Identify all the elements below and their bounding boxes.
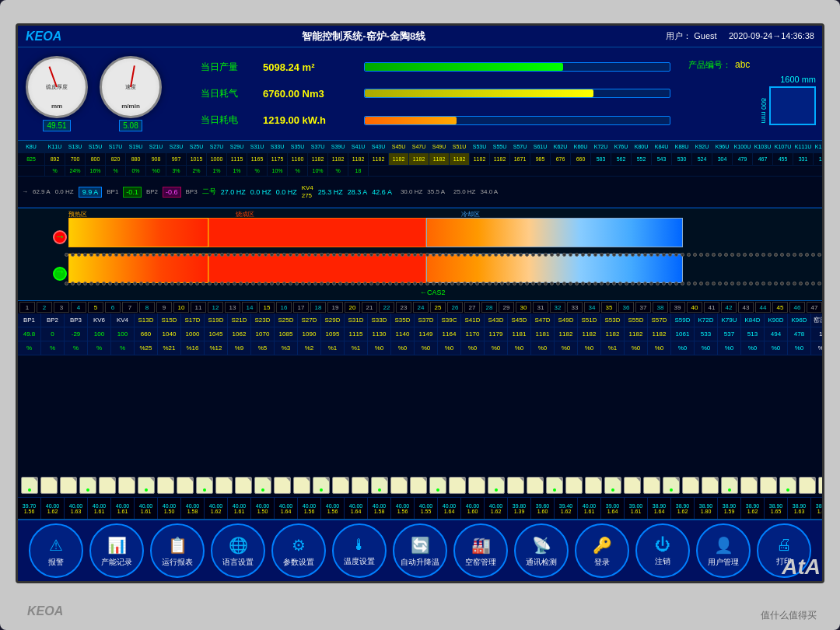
nav-btn-自动升降温[interactable]: 🔄自动升降温 xyxy=(393,523,447,578)
a-val-28: 1.62 xyxy=(677,509,688,514)
roller-dot xyxy=(282,253,286,257)
roller-dot xyxy=(320,282,324,285)
roller-dot xyxy=(643,282,647,285)
roller-dot xyxy=(388,253,392,257)
nav-icon-2: 📋 xyxy=(168,536,187,555)
nav-label-11: 用户管理 xyxy=(708,558,739,566)
sid-s37d: S37D xyxy=(415,313,438,327)
roller-dot xyxy=(208,253,212,257)
kiln-cool-bottom xyxy=(426,254,683,283)
nav-btn-运行报表[interactable]: 📋运行报表 xyxy=(150,523,205,578)
roller-dot xyxy=(718,253,722,257)
roller-dot xyxy=(463,282,467,285)
roller-dot xyxy=(737,282,740,285)
nav-btn-登录[interactable]: 🔑登录 xyxy=(575,523,629,578)
pct2-0e: %0 xyxy=(438,341,461,355)
electricity-bar-container xyxy=(364,116,670,125)
zone-num-36: 36 xyxy=(618,302,634,313)
nav-btn-参数设置[interactable]: ⚙参数设置 xyxy=(271,523,326,578)
hz-cell-28: 38.901.62 xyxy=(671,498,695,519)
zone-num-20: 20 xyxy=(345,302,360,313)
roller-dot xyxy=(201,253,205,257)
size-box xyxy=(769,86,816,125)
sid-s49d: S49D xyxy=(555,313,578,327)
pct-6: %0 xyxy=(146,166,166,176)
doc-icon-5 xyxy=(118,477,135,494)
hz-val-7: 40.00 xyxy=(186,503,200,509)
hz-300: 30.0 HZ xyxy=(401,188,422,195)
sid-k90d: K90D xyxy=(765,313,788,327)
electricity-row: 当日耗电 1219.00 kW.h xyxy=(201,114,670,127)
roller-dot xyxy=(338,253,342,257)
zone-num-35: 35 xyxy=(601,302,617,313)
nav-btn-空窑管理[interactable]: 🏭空窑管理 xyxy=(453,523,508,578)
pct2-extra: %0 xyxy=(811,341,822,355)
hz-a-row: 39.701.5640.001.6240.001.6340.001.6140.0… xyxy=(18,497,822,519)
zone-s17u: S17U xyxy=(106,141,126,152)
doc-icon-10 xyxy=(215,477,233,494)
a-val-13: 1.56 xyxy=(327,509,338,514)
roller-dot xyxy=(139,253,143,257)
roller-dot xyxy=(307,253,311,257)
roller-dot xyxy=(239,253,243,257)
zone-num-23: 23 xyxy=(396,302,411,313)
zone-s31u: S31U xyxy=(247,141,268,152)
roller-dot xyxy=(444,282,448,285)
a-val-9: 1.61 xyxy=(234,509,245,514)
roller-dot xyxy=(127,282,131,285)
roller-dot xyxy=(444,253,448,257)
nav-btn-用户管理[interactable]: 👤用户管理 xyxy=(696,523,751,578)
roller-dot xyxy=(581,253,585,257)
zone-id-row: K8U K11U S13U S15U S17U S19U S21U S23U S… xyxy=(18,141,822,153)
a-val-20: 1.62 xyxy=(491,509,502,514)
pct2-0g: %0 xyxy=(485,341,508,355)
tv-1015: 1015 xyxy=(187,153,207,165)
val-1181b: 1181 xyxy=(531,327,555,341)
roller-dot xyxy=(618,253,622,257)
roller-dot xyxy=(65,253,68,257)
roller-dot xyxy=(332,282,336,285)
doc-icon-20 xyxy=(410,477,427,494)
hz-val-28: 38.90 xyxy=(676,503,690,509)
nav-bar[interactable]: ⚠报警📊产能记录📋运行报表🌐语言设置⚙参数设置🌡温度设置🔄自动升降温🏭空窑管理📡… xyxy=(18,519,822,581)
roller-dot xyxy=(438,282,442,285)
zone-num-41: 41 xyxy=(704,302,719,313)
val-1000: 1000 xyxy=(181,327,205,341)
hz-val-16: 40.00 xyxy=(396,503,410,509)
bp2-val: -0.6 xyxy=(163,187,181,198)
zone-s51u: S51U xyxy=(450,141,470,152)
sid-s25d: S25D xyxy=(275,313,298,327)
tv-1671: 1671 xyxy=(510,153,530,165)
roller-dot xyxy=(562,253,566,257)
nav-btn-产能记录[interactable]: 📊产能记录 xyxy=(89,523,144,578)
tv-700: 700 xyxy=(65,153,86,165)
sid-s33d: S33D xyxy=(368,313,391,327)
nav-btn-注销[interactable]: ⏻注销 xyxy=(635,523,690,578)
tv-985: 985 xyxy=(530,153,551,165)
hz-val-15: 40.00 xyxy=(373,503,387,509)
nav-btn-通讯检测[interactable]: 📡通讯检测 xyxy=(514,523,569,578)
val-1181: 1181 xyxy=(508,327,531,341)
roller-dot xyxy=(226,253,230,257)
hz-283: 28.3 A xyxy=(348,188,368,196)
roller-dot xyxy=(313,282,317,285)
tv-676: 676 xyxy=(551,153,571,165)
pct-10: 1% xyxy=(227,166,247,176)
pct2-2: % xyxy=(65,341,88,355)
roller-dot xyxy=(799,253,803,257)
val-100b: 100 xyxy=(111,327,135,341)
val-1164: 1164 xyxy=(438,327,461,341)
zone-num-37: 37 xyxy=(635,302,651,313)
zone-k88u: K88U xyxy=(672,141,692,152)
roller-dot xyxy=(531,253,535,257)
nav-btn-温度设置[interactable]: 🌡温度设置 xyxy=(332,523,387,578)
roller-dot xyxy=(581,282,585,285)
a-val-10: 1.50 xyxy=(257,509,268,514)
nav-btn-语言设置[interactable]: 🌐语言设置 xyxy=(211,523,265,578)
nav-btn-报警[interactable]: ⚠报警 xyxy=(29,523,83,578)
pct2-5: %5 xyxy=(251,341,275,355)
roller-dot xyxy=(89,282,93,285)
sid-s19d: S19D xyxy=(205,313,228,327)
roller-dot xyxy=(500,253,504,257)
pct-9: 1% xyxy=(207,166,227,176)
